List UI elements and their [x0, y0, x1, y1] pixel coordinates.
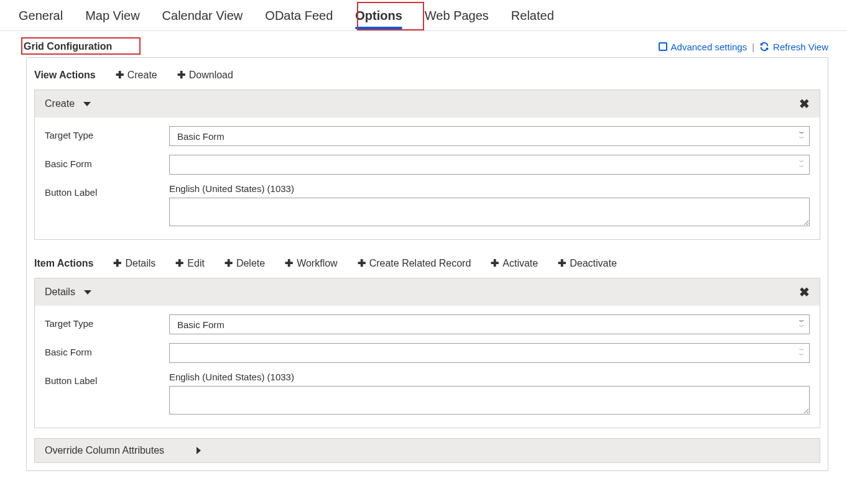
select-spinner-icon: ﹀﹀ [799, 349, 804, 357]
section-bar: Grid Configuration Advanced settings | R… [19, 39, 841, 55]
select-spinner-icon: ﹀﹀ [799, 160, 804, 169]
add-create-label: Create [127, 70, 157, 81]
select-spinner-icon: ﹀﹀ [799, 132, 804, 140]
button-label-input[interactable] [169, 198, 810, 226]
details-card-title: Details [45, 286, 75, 298]
add-download-button[interactable]: ✚ Download [177, 69, 233, 81]
close-icon: ✖ [799, 97, 810, 111]
plus-icon: ✚ [113, 257, 121, 269]
refresh-icon [759, 42, 769, 52]
tab-map-view[interactable]: Map View [85, 9, 139, 30]
view-actions-header: View Actions ✚ Create ✚ Download [34, 69, 820, 81]
view-actions-create-card: Create ✖ Target Type Basic Form ﹀﹀ [34, 89, 820, 240]
content-area: Grid Configuration Advanced settings | R… [0, 39, 847, 471]
create-card-title: Create [45, 98, 75, 109]
add-download-label: Download [189, 70, 233, 81]
tab-options[interactable]: Options [355, 9, 402, 30]
item-actions-header: Item Actions ✚Details ✚Edit ✚Delete ✚Wor… [34, 257, 820, 269]
override-card-header: Override Column Attributes [35, 439, 820, 462]
target-type-label: Target Type [45, 314, 169, 329]
view-actions-heading: View Actions [34, 70, 96, 81]
maximize-icon [659, 42, 667, 51]
tab-web-pages[interactable]: Web Pages [425, 9, 489, 30]
tab-related[interactable]: Related [511, 9, 554, 30]
create-card-body: Target Type Basic Form ﹀﹀ Basic Form [35, 117, 820, 239]
tab-odata-feed[interactable]: OData Feed [265, 9, 333, 30]
add-workflow-label: Workflow [297, 258, 338, 269]
add-activate-label: Activate [502, 258, 538, 269]
target-type-label: Target Type [45, 126, 169, 140]
button-label-language: English (United States) (1033) [169, 183, 810, 194]
add-details-button[interactable]: ✚Details [113, 257, 155, 269]
grid-configuration-panel: View Actions ✚ Create ✚ Download Create [26, 57, 828, 471]
chevron-right-icon [197, 447, 201, 454]
add-create-related-button[interactable]: ✚Create Related Record [358, 257, 471, 269]
add-delete-button[interactable]: ✚Delete [224, 257, 265, 269]
plus-icon: ✚ [358, 257, 366, 269]
tab-calendar-view[interactable]: Calendar View [162, 9, 243, 30]
create-card-close-button[interactable]: ✖ [799, 96, 810, 111]
add-edit-button[interactable]: ✚Edit [175, 257, 205, 269]
add-create-related-label: Create Related Record [369, 258, 471, 269]
add-deactivate-button[interactable]: ✚Deactivate [558, 257, 617, 269]
plus-icon: ✚ [285, 257, 293, 269]
add-edit-label: Edit [187, 258, 205, 269]
override-card-title: Override Column Attributes [45, 445, 164, 456]
section-title-grid-configuration: Grid Configuration [19, 39, 117, 55]
add-activate-button[interactable]: ✚Activate [491, 257, 538, 269]
plus-icon: ✚ [224, 257, 233, 269]
plus-icon: ✚ [116, 69, 124, 81]
basic-form-label: Basic Form [45, 343, 169, 357]
target-type-select[interactable]: Basic Form ﹀﹀ [169, 314, 810, 334]
add-workflow-button[interactable]: ✚Workflow [285, 257, 338, 269]
add-details-label: Details [125, 258, 155, 269]
refresh-view-label: Refresh View [773, 42, 828, 52]
plus-icon: ✚ [558, 257, 566, 269]
basic-form-select[interactable]: ﹀﹀ [169, 155, 810, 175]
button-label-label: Button Label [45, 183, 169, 198]
plus-icon: ✚ [177, 69, 185, 81]
basic-form-label: Basic Form [45, 155, 169, 169]
target-type-value: Basic Form [177, 319, 224, 330]
button-label-language: English (United States) (1033) [169, 372, 810, 382]
add-delete-label: Delete [236, 258, 265, 269]
target-type-select[interactable]: Basic Form ﹀﹀ [169, 126, 810, 146]
create-card-toggle[interactable]: Create [45, 98, 91, 109]
view-actions-create-card-header: Create ✖ [35, 90, 820, 117]
advanced-settings-label: Advanced settings [671, 42, 747, 52]
tab-bar: General Map View Calendar View OData Fee… [0, 0, 847, 31]
button-label-label: Button Label [45, 372, 169, 386]
add-deactivate-label: Deactivate [570, 258, 617, 269]
details-card-body: Target Type Basic Form ﹀﹀ Basic Form [35, 306, 820, 428]
refresh-view-link[interactable]: Refresh View [759, 42, 828, 52]
close-icon: ✖ [799, 285, 810, 299]
basic-form-select[interactable]: ﹀﹀ [169, 343, 810, 363]
advanced-settings-link[interactable]: Advanced settings [659, 42, 747, 52]
override-card-toggle[interactable]: Override Column Attributes [45, 445, 201, 456]
plus-icon: ✚ [175, 257, 183, 269]
button-label-input[interactable] [169, 386, 810, 415]
item-actions-heading: Item Actions [34, 258, 93, 269]
target-type-value: Basic Form [177, 131, 224, 142]
plus-icon: ✚ [491, 257, 499, 269]
item-actions-details-card: Details ✖ Target Type Basic Form ﹀﹀ [34, 278, 820, 428]
chevron-down-icon [83, 102, 91, 106]
separator: | [752, 42, 754, 52]
override-column-attributes-card: Override Column Attributes [34, 438, 820, 463]
item-actions-details-card-header: Details ✖ [35, 278, 820, 306]
add-create-button[interactable]: ✚ Create [116, 69, 157, 81]
section-links: Advanced settings | Refresh View [659, 42, 841, 52]
select-spinner-icon: ﹀﹀ [799, 320, 804, 329]
details-card-close-button[interactable]: ✖ [799, 285, 810, 300]
tab-general[interactable]: General [19, 9, 63, 30]
chevron-down-icon [84, 290, 91, 295]
details-card-toggle[interactable]: Details [45, 286, 91, 298]
